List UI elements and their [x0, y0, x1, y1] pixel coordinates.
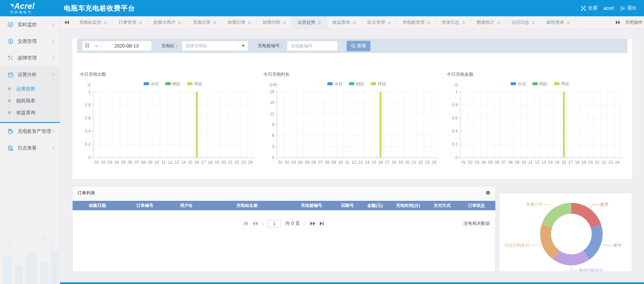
logout-button[interactable]: 退出 — [620, 5, 637, 11]
donut-label-3: 付宝扫码支付 — [504, 243, 529, 248]
svg-text:09: 09 — [331, 160, 336, 165]
tab-close-icon[interactable]: ⊗ — [352, 20, 356, 25]
tab-close-icon[interactable]: ⊗ — [104, 20, 107, 25]
bar-chart-0: 次今日同比环比00.20.40.60.810102030405060708091… — [78, 79, 259, 170]
svg-text:今日: 今日 — [518, 82, 526, 86]
bottom-row: 订单列表 创建日期订单编号用户名充电站名称充电桩编号回路号金额(元)充电时间(分… — [72, 186, 632, 272]
tab-close-icon[interactable]: ⊗ — [567, 20, 570, 25]
tab-item-6[interactable]: 运营趋势⊗ — [292, 16, 327, 29]
search-button[interactable]: 搜索 — [347, 41, 370, 51]
tab-label: 订单管理 — [118, 19, 136, 25]
donut-slice-1[interactable] — [583, 225, 603, 260]
gear-icon[interactable] — [485, 190, 491, 195]
payment-donut-panel: 投币刷卡微信扫码支付付宝扫码支付免费订单 — [499, 193, 632, 272]
sidebar-item-4[interactable]: 充电桩资产管理 — [0, 123, 60, 140]
svg-text:1: 1 — [88, 89, 91, 94]
fullscreen-label: 全屏 — [588, 5, 597, 11]
username[interactable]: acrel — [604, 5, 614, 11]
tab-item-13[interactable]: 能耗报表⊗ — [541, 16, 576, 29]
svg-text:15: 15 — [555, 160, 559, 165]
last-page-button[interactable] — [320, 221, 324, 226]
tab-close-icon[interactable]: ⊗ — [317, 20, 321, 25]
page-title: 电瓶车充电桩收费平台 — [64, 4, 135, 13]
sidebar-item-2[interactable]: 故障管理 — [0, 50, 60, 66]
svg-text:02: 02 — [101, 160, 106, 165]
prev-page-button[interactable] — [253, 221, 258, 226]
tab-close-icon[interactable]: ⊗ — [462, 20, 465, 25]
tab-item-4[interactable]: 故障记录⊗ — [222, 16, 257, 29]
svg-text:08: 08 — [141, 160, 146, 165]
station-select[interactable]: 选择充电站 — [182, 41, 248, 51]
svg-text:01: 01 — [94, 160, 99, 165]
tab-item-11[interactable]: 图表统计⊗ — [471, 16, 506, 29]
sidebar-subitem-1[interactable]: 能耗报表 — [0, 95, 60, 107]
tab-item-12[interactable]: 访问日志⊗ — [506, 16, 541, 29]
tab-close-icon[interactable]: ⊗ — [497, 20, 500, 25]
tab-close-icon[interactable]: ⊗ — [427, 20, 430, 25]
sidebar-item-0[interactable]: 实时监控 — [0, 16, 60, 33]
chart-column-2: 今日充电金额元今日同比环比00.20.40.60.810102030405060… — [445, 71, 626, 171]
donut-slice-4[interactable] — [542, 203, 571, 228]
fullscreen-button[interactable]: 全屏 — [581, 5, 597, 11]
svg-text:1: 1 — [455, 89, 458, 94]
order-list-panel: 订单列表 创建日期订单编号用户名充电站名称充电桩编号回路号金额(元)充电时间(分… — [72, 186, 496, 272]
tab-label: 故障代码 — [263, 19, 280, 25]
date-input[interactable] — [102, 41, 152, 51]
donut-slice-0[interactable] — [571, 203, 601, 228]
tab-item-7[interactable]: 收益查询⊗ — [327, 16, 362, 29]
sidebar-group-4: 充电桩资产管理 — [0, 123, 60, 140]
svg-text:21: 21 — [411, 160, 416, 165]
tab-item-2[interactable]: 射频卡用户⊗ — [148, 16, 187, 29]
svg-text:10: 10 — [154, 160, 159, 165]
tab-item-3[interactable]: 充值记录⊗ — [187, 16, 222, 29]
order-table-column-header: 充电桩编号 — [289, 203, 334, 209]
sidebar-item-1[interactable]: 交易管理 — [0, 33, 60, 50]
svg-text:09: 09 — [148, 160, 152, 165]
svg-text:0.2: 0.2 — [85, 142, 91, 147]
page-number-input[interactable] — [268, 220, 281, 228]
asset-icon — [7, 128, 14, 135]
tab-close-icon[interactable]: ⊗ — [387, 20, 391, 25]
svg-text:09: 09 — [515, 160, 519, 165]
tab-close-icon[interactable]: ⊗ — [213, 20, 217, 25]
svg-text:今日: 今日 — [334, 82, 343, 86]
donut-label-4: 免费订单 — [526, 202, 542, 207]
svg-text:21: 21 — [595, 160, 600, 165]
sidebar-group-3: 运营分析运营趋势能耗报表收益查询 — [0, 66, 60, 123]
double-chevron-right-icon[interactable] — [615, 20, 620, 24]
first-page-button[interactable] — [244, 221, 248, 226]
svg-text:12: 12 — [270, 111, 274, 116]
svg-text:13: 13 — [541, 160, 546, 165]
tab-item-5[interactable]: 故障代码⊗ — [257, 16, 292, 29]
close-operations-button[interactable]: 关闭操作 — [625, 19, 643, 25]
tab-close-icon[interactable]: ⊗ — [139, 20, 142, 25]
tab-close-icon[interactable]: ⊗ — [178, 20, 182, 25]
order-table-column-header: 订单状态 — [457, 203, 495, 209]
order-table-column-header: 支付方式 — [427, 203, 457, 209]
sidebar-subitem-2[interactable]: 收益查询 — [0, 107, 60, 119]
tabs-scroll-left-button[interactable] — [60, 16, 74, 29]
pile-number-input[interactable] — [287, 41, 338, 51]
donut-slice-2[interactable] — [553, 251, 590, 265]
next-page-button[interactable] — [310, 221, 315, 226]
tab-close-icon[interactable]: ⊗ — [532, 20, 535, 25]
svg-text:07: 07 — [318, 160, 323, 165]
tab-item-9[interactable]: 充电桩管理⊗ — [397, 16, 436, 29]
svg-text:04: 04 — [481, 160, 486, 165]
sidebar-subitem-0[interactable]: 运营趋势 — [0, 83, 60, 95]
period-select[interactable]: 日 — [82, 41, 102, 51]
tab-close-icon[interactable]: ⊗ — [283, 20, 287, 25]
svg-text:05: 05 — [305, 160, 309, 165]
sidebar-item-3[interactable]: 运营分析 — [0, 66, 60, 83]
donut-slice-3[interactable] — [540, 225, 559, 260]
svg-text:16: 16 — [378, 160, 383, 165]
tab-item-1[interactable]: 订单管理⊗ — [113, 16, 148, 29]
sidebar-item-5[interactable]: 日志查看 — [0, 140, 60, 156]
tab-close-icon[interactable]: ⊗ — [248, 20, 252, 25]
tab-item-8[interactable]: 站点管理⊗ — [362, 16, 397, 29]
pagination: | 共 0 页 | 没有相关数据 — [73, 218, 495, 229]
svg-text:元: 元 — [454, 83, 458, 87]
tab-item-10[interactable]: 登录日志⊗ — [436, 16, 471, 29]
donut-label-0: 投币 — [600, 202, 608, 207]
tab-item-0[interactable]: 充电站监控⊗ — [74, 16, 113, 29]
